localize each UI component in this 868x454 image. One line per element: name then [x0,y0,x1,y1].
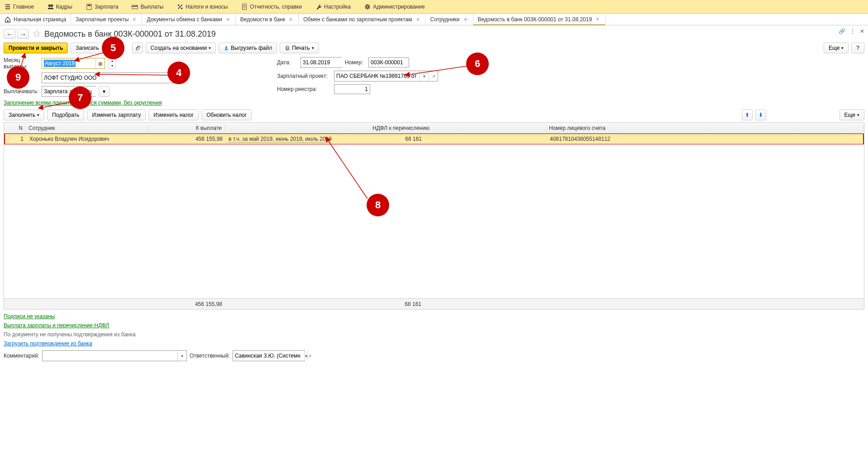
menu-payments[interactable]: Выплаты [129,2,166,12]
update-tax-button[interactable]: Обновить налог [201,110,252,120]
tab-label: Документы обмена с банками [147,16,222,23]
menu-taxes[interactable]: Налоги и взносы [174,2,230,12]
move-down-button[interactable]: ⬇ [755,110,766,120]
write-button[interactable]: Записать [71,43,104,53]
pick-button[interactable]: Подобрать [47,110,84,120]
number-input[interactable] [368,57,409,67]
project-value[interactable] [334,71,420,81]
calendar-icon[interactable]: ▦ [95,58,105,68]
menu-staff[interactable]: Кадры [45,2,75,12]
menu-label: Администрирование [373,4,424,10]
close-icon[interactable]: ✕ [288,17,294,23]
print-button[interactable]: Печать [280,43,319,53]
menu-admin[interactable]: Администрирование [362,2,427,12]
fill-button[interactable]: Заполнить [4,110,44,120]
col-account[interactable]: Номер лицевого счета [546,125,864,131]
export-file-button[interactable]: Выгрузить файл [219,43,277,53]
menu-label: Отчетность, справки [250,4,302,10]
month-value: Август 2019 [44,60,76,67]
post-close-button[interactable]: Провести и закрыть [4,43,68,53]
tab-label: Обмен с банками по зарплатным проектам [303,16,412,23]
table-row[interactable]: 1 Хоронько Владлен Исидорович 456 155,98… [4,134,864,144]
col-employee[interactable]: Сотрудник [26,125,148,131]
menu-main[interactable]: Главное [2,2,37,12]
grid-header: N Сотрудник К выплате НДФЛ к перечислени… [4,123,864,134]
bank-note: По документу не получены подтверждения и… [4,331,864,338]
date-input[interactable]: ▦ [300,57,342,68]
tab-0[interactable]: Зарплатные проекты✕ [71,14,142,25]
wrench-icon [315,4,322,10]
tab-1[interactable]: Документы обмена с банками✕ [142,14,235,25]
comment-value[interactable] [43,351,177,361]
pay-label: Выплачивать: [4,88,39,95]
tab-3[interactable]: Обмен с банками по зарплатным проектам✕ [299,14,425,25]
number-label: Номер: [345,59,366,66]
move-up-button[interactable]: ⬆ [742,110,753,120]
change-tax-button[interactable]: Изменить налог [148,110,199,120]
home-tab[interactable]: Начальная страница [0,14,71,25]
responsible-input[interactable]: ▾ ↗ [233,350,305,361]
tab-5[interactable]: Ведомость в банк 00ЗК-000001 от 31.08.20… [473,14,606,25]
close-icon[interactable]: ✕ [225,17,231,23]
tab-2[interactable]: Ведомости в банк✕ [236,14,299,25]
registry-input[interactable] [334,84,370,94]
responsible-value[interactable] [233,351,305,361]
col-n[interactable]: N [4,125,26,131]
org-input[interactable]: ▾ [42,72,182,83]
row-employee: Хоронько Владлен Исидорович [27,136,149,142]
row-detail-link[interactable]: в т.ч. за май 2019, июнь 2019, июль 2019 [229,136,332,143]
spin-down[interactable]: ▼ [109,63,115,68]
menu-reports[interactable]: Отчетность, справки [238,2,305,12]
tab-4[interactable]: Сотрудники✕ [426,14,473,25]
load-confirm-link[interactable]: Загрузить подтверждение из банка [4,340,864,347]
export-icon [224,45,229,51]
link-icon[interactable]: 🔗 [839,28,845,34]
comment-input[interactable]: ▾ [42,350,187,361]
bottom-row: Комментарий: ▾ Ответственный: ▾ ↗ [4,350,864,361]
table-more-button[interactable]: Еще [839,110,864,120]
more-button[interactable]: Еще [824,43,849,53]
col-ndfl[interactable]: НДФЛ к перечислению [370,125,546,131]
project-input[interactable]: ▾ ↗ [334,71,438,81]
svg-rect-5 [132,6,138,7]
row-account: 40817810438055148112 [547,136,863,142]
dropdown-icon[interactable]: ▾ [420,71,429,81]
close-icon[interactable]: ✕ [463,17,468,23]
menu-label: Налоги и взносы [186,4,228,10]
close-icon[interactable]: ✕ [415,17,421,23]
menu-label: Кадры [56,4,72,10]
help-button[interactable]: ? [851,43,864,53]
back-button[interactable]: ← [4,29,15,39]
star-icon[interactable] [33,30,41,38]
col-pay[interactable]: К выплате [148,125,225,131]
payment-link[interactable]: Выплата зарплаты и перечисление НДФЛ [4,322,864,329]
kebab-icon[interactable]: ⋮ [850,28,855,34]
forward-button[interactable]: → [17,29,29,39]
page-title: Ведомость в банк 00ЗК-000001 от 31.08.20… [44,29,216,39]
print-icon [285,45,290,51]
close-window-icon[interactable]: ✕ [860,28,864,34]
form-area: Месяц выплаты: Август 2019 ▦ ▲ ▼ ▾ Выпла [4,57,864,97]
attach-button[interactable] [132,43,143,53]
open-icon[interactable]: ↗ [307,351,311,361]
menu-settings[interactable]: Настройка [313,2,353,12]
nav-toolbar: ← → Ведомость в банк 00ЗК-000001 от 31.0… [4,28,864,40]
signatures-link[interactable]: Подписи не указаны [4,313,864,320]
menu-salary[interactable]: Зарплата [83,2,121,12]
pay-select-button[interactable]: ▾ [99,86,110,97]
change-salary-button[interactable]: Изменить зарплату [87,110,146,120]
org-value[interactable] [42,73,172,83]
menu-label: Главное [13,4,34,10]
month-input[interactable]: Август 2019 ▦ [42,58,105,69]
grid-body[interactable] [4,144,864,298]
close-icon[interactable]: ✕ [131,17,137,23]
open-icon[interactable]: ↗ [429,71,438,81]
project-label: Зарплатный проект: [277,73,331,79]
close-icon[interactable]: ✕ [595,16,601,22]
registry-label: Номер реестра: [277,86,331,92]
dropdown-icon[interactable]: ▾ [177,351,186,361]
create-based-button[interactable]: Создать на основании [146,43,216,53]
row-ndfl: 68 161 [371,136,425,142]
footer-pay: 456 155,98 [148,301,225,307]
row-n: 1 [5,136,27,142]
